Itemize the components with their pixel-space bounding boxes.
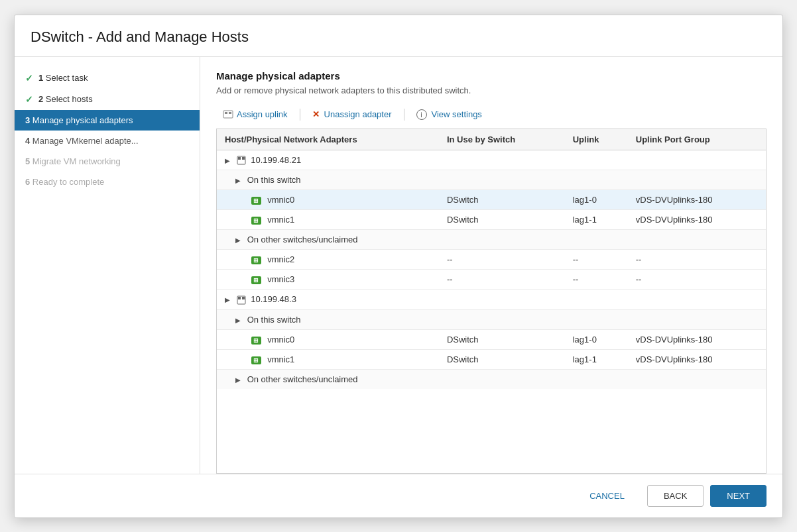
nic-icon: ⊞: [251, 197, 261, 205]
group-label: On this switch: [247, 315, 301, 325]
host-icon: [237, 155, 249, 165]
sidebar-step2-label: 2 Select hosts: [38, 94, 93, 104]
server-icon: [237, 295, 246, 305]
unassign-x-icon: ✕: [312, 109, 320, 119]
assign-uplink-label: Assign uplink: [237, 109, 288, 119]
cell-uplink: [565, 150, 628, 170]
sidebar-item-step4[interactable]: 4 Manage VMkernel adapte...: [15, 131, 200, 151]
cell-portgroup: --: [628, 250, 766, 270]
table-body: ▶ 10.199.48.21 ▶ On this switch ⊞ vmnic0…: [217, 150, 766, 389]
expand-icon: ▶: [235, 317, 242, 323]
cell-name: ▶ On other switches/unclaimed: [217, 369, 439, 389]
unassign-adapter-label: Unassign adapter: [324, 109, 392, 119]
table-row[interactable]: ▶ On this switch: [217, 309, 766, 329]
nic-icon: ⊞: [251, 276, 261, 284]
table-row[interactable]: ▶ 10.199.48.3: [217, 290, 766, 310]
cell-portgroup: vDS-DVUplinks-180: [628, 349, 766, 369]
cell-inuse: [439, 230, 565, 250]
sidebar-item-step1[interactable]: ✓ 1 Select task: [15, 68, 200, 89]
nic-icon: ⊞: [251, 337, 261, 345]
unassign-adapter-button[interactable]: ✕ Unassign adapter: [306, 106, 398, 123]
table-row[interactable]: ▶ On other switches/unclaimed: [217, 230, 766, 250]
table-row[interactable]: ⊞ vmnic0 DSwitchlag1-0vDS-DVUplinks-180: [217, 190, 766, 210]
sidebar-step6-label: 6 Ready to complete: [25, 177, 104, 187]
sidebar-item-step3[interactable]: 3 Manage physical adapters: [15, 110, 200, 131]
cell-uplink: [565, 309, 628, 329]
expand-icon: ▶: [235, 237, 242, 243]
cell-portgroup: [628, 150, 766, 170]
dialog-footer: CANCEL BACK NEXT: [15, 474, 782, 517]
cell-uplink: lag1-0: [565, 190, 628, 210]
check-icon-step2: ✓: [25, 94, 33, 105]
network-icon: [223, 110, 233, 119]
cell-inuse: [439, 170, 565, 190]
cell-inuse: DSwitch: [439, 349, 565, 369]
sidebar: ✓ 1 Select task ✓ 2 Select hosts 3 Manag…: [15, 57, 200, 474]
nic-name: vmnic1: [267, 354, 294, 364]
cell-name: ⊞ vmnic0: [217, 190, 439, 210]
toolbar-separator-1: [300, 109, 300, 121]
view-settings-button[interactable]: i View settings: [410, 106, 489, 123]
nic-icon: ⊞: [251, 256, 261, 264]
cell-portgroup: --: [628, 270, 766, 290]
nic-name: vmnic1: [267, 215, 294, 225]
cell-uplink: [565, 369, 628, 389]
cell-uplink: [565, 230, 628, 250]
cell-uplink: [565, 170, 628, 190]
col-header-name: Host/Physical Network Adapters: [217, 129, 439, 150]
cell-name: ⊞ vmnic1: [217, 210, 439, 230]
table-row[interactable]: ⊞ vmnic2 ------: [217, 250, 766, 270]
expand-icon: ▶: [235, 376, 242, 383]
cell-name: ▶ On this switch: [217, 170, 439, 190]
cancel-button[interactable]: CANCEL: [574, 486, 641, 506]
cell-uplink: --: [565, 250, 628, 270]
sidebar-step4-label: 4 Manage VMkernel adapte...: [25, 136, 139, 146]
table-row[interactable]: ⊞ vmnic1 DSwitchlag1-1vDS-DVUplinks-180: [217, 210, 766, 230]
cell-uplink: --: [565, 270, 628, 290]
cell-uplink: lag1-0: [565, 329, 628, 349]
cell-portgroup: [628, 309, 766, 329]
sidebar-item-step5: 5 Migrate VM networking: [15, 151, 200, 172]
table-row[interactable]: ▶ On this switch: [217, 170, 766, 190]
table-header-row: Host/Physical Network Adapters In Use by…: [217, 129, 766, 150]
col-header-portgroup: Uplink Port Group: [628, 129, 766, 150]
sidebar-step5-label: 5 Migrate VM networking: [25, 156, 121, 166]
cell-name: ▶ On other switches/unclaimed: [217, 230, 439, 250]
cell-portgroup: vDS-DVUplinks-180: [628, 190, 766, 210]
cell-inuse: DSwitch: [439, 190, 565, 210]
back-button[interactable]: BACK: [647, 485, 704, 507]
host-ip: 10.199.48.3: [251, 294, 296, 304]
table-row[interactable]: ▶ 10.199.48.21: [217, 150, 766, 170]
section-desc: Add or remove physical network adapters …: [216, 85, 766, 95]
view-settings-label: View settings: [432, 109, 482, 119]
group-label: On this switch: [247, 175, 301, 185]
cell-uplink: lag1-1: [565, 349, 628, 369]
toolbar-separator-2: [404, 109, 404, 121]
cell-name: ▶ On this switch: [217, 309, 439, 329]
dialog-body: ✓ 1 Select task ✓ 2 Select hosts 3 Manag…: [15, 57, 782, 474]
dialog-title: DSwitch - Add and Manage Hosts: [15, 15, 782, 57]
server-icon: [237, 156, 246, 165]
host-ip: 10.199.48.21: [251, 155, 301, 165]
svg-rect-0: [223, 111, 233, 118]
nic-name: vmnic0: [267, 335, 294, 345]
assign-uplink-button[interactable]: Assign uplink: [216, 106, 294, 123]
cell-inuse: DSwitch: [439, 329, 565, 349]
table-row[interactable]: ⊞ vmnic0 DSwitchlag1-0vDS-DVUplinks-180: [217, 329, 766, 349]
nic-icon: ⊞: [251, 356, 261, 364]
sidebar-item-step2[interactable]: ✓ 2 Select hosts: [15, 89, 200, 110]
svg-rect-4: [238, 157, 241, 160]
col-header-uplink: Uplink: [565, 129, 628, 150]
cell-name: ▶ 10.199.48.21: [217, 150, 439, 170]
next-button[interactable]: NEXT: [710, 485, 766, 507]
sidebar-item-step6: 6 Ready to complete: [15, 172, 200, 192]
table-row[interactable]: ▶ On other switches/unclaimed: [217, 369, 766, 389]
expand-icon: ▶: [235, 177, 242, 184]
table-row[interactable]: ⊞ vmnic1 DSwitchlag1-1vDS-DVUplinks-180: [217, 349, 766, 369]
main-content: Manage physical adapters Add or remove p…: [200, 57, 782, 474]
cell-inuse: [439, 290, 565, 310]
table-container[interactable]: Host/Physical Network Adapters In Use by…: [216, 129, 766, 474]
cell-inuse: DSwitch: [439, 210, 565, 230]
group-label: On other switches/unclaimed: [247, 374, 358, 384]
table-row[interactable]: ⊞ vmnic3 ------: [217, 270, 766, 290]
